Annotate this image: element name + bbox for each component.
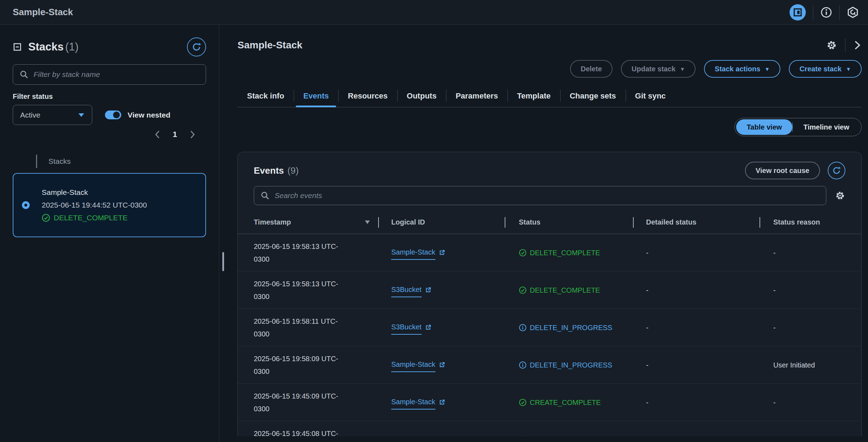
timeline-view-button[interactable]: Timeline view — [793, 119, 860, 135]
tab-events[interactable]: Events — [294, 85, 338, 107]
refresh-events-button[interactable] — [828, 162, 845, 179]
cell-status: DELETE_IN_PROGRESS — [505, 316, 633, 339]
cloudformation-console: Sample-Stack — [0, 0, 868, 442]
cell-status-reason: - — [760, 316, 861, 339]
stack-actions-button[interactable]: Stack actions▼ — [704, 60, 780, 78]
filter-status-label: Filter status — [13, 92, 206, 101]
column-header-logical-id[interactable]: Logical ID — [378, 211, 505, 234]
caret-down-icon: ▼ — [764, 66, 770, 72]
column-header-timestamp[interactable]: Timestamp — [238, 211, 378, 234]
success-icon — [519, 436, 527, 436]
info-icon — [519, 361, 527, 369]
table-preferences-button[interactable] — [835, 190, 845, 201]
cell-logical-id: S3Bucket — [378, 428, 505, 436]
info-button[interactable] — [820, 6, 832, 18]
column-header-status-reason[interactable]: Status reason — [760, 211, 861, 234]
cell-logical-id: Sample-Stack — [378, 353, 505, 377]
cell-status: DELETE_IN_PROGRESS — [505, 354, 633, 376]
side-panel-toggle-button[interactable] — [790, 4, 806, 20]
cell-timestamp: 2025-06-15 19:58:09 UTC-0300 — [238, 347, 378, 383]
cell-timestamp: 2025-06-15 19:45:09 UTC-0300 — [238, 385, 378, 420]
panel-resize-handle[interactable] — [222, 252, 224, 271]
cell-logical-id: S3Bucket — [378, 278, 505, 302]
events-title: Events(9) — [254, 165, 299, 176]
tab-resources[interactable]: Resources — [338, 85, 397, 107]
external-link-icon — [438, 361, 446, 369]
chevron-right-icon — [853, 40, 862, 50]
search-icon — [260, 191, 270, 200]
tree-guide-line — [36, 155, 37, 168]
logical-id-link[interactable]: Sample-Stack — [391, 246, 446, 260]
cell-detailed-status: - — [633, 429, 760, 436]
cell-status: CREATE_COMPLETE — [505, 429, 633, 436]
cell-status-reason: - — [760, 429, 861, 436]
delete-button[interactable]: Delete — [570, 60, 612, 78]
current-page[interactable]: 1 — [173, 130, 177, 139]
tab-parameters[interactable]: Parameters — [446, 85, 508, 107]
update-stack-button[interactable]: Update stack▼ — [621, 60, 696, 78]
tab-stack-info[interactable]: Stack info — [237, 85, 294, 107]
stacks-tree-root: Stacks — [36, 155, 206, 168]
page-title: Sample-Stack — [237, 40, 303, 51]
refresh-stacks-button[interactable] — [187, 37, 206, 56]
tab-template[interactable]: Template — [508, 85, 560, 107]
column-header-status[interactable]: Status — [505, 211, 633, 234]
tab-change-sets[interactable]: Change sets — [560, 85, 626, 107]
top-bar: Sample-Stack — [0, 0, 868, 25]
cell-status-reason: - — [760, 241, 861, 264]
events-table-body: 2025-06-15 19:58:13 UTC-0300 Sample-Stac… — [238, 234, 861, 436]
column-header-detailed-status[interactable]: Detailed status — [633, 211, 760, 234]
events-table-header: Timestamp Logical ID Status Detailed sta… — [238, 211, 861, 234]
cloudshell-button[interactable] — [847, 6, 859, 18]
create-stack-button[interactable]: Create stack▼ — [789, 60, 862, 78]
next-page-button[interactable] — [189, 130, 196, 139]
collapse-section-icon[interactable] — [13, 42, 22, 52]
logical-id-link[interactable]: S3Bucket — [391, 433, 432, 436]
prev-page-button[interactable] — [154, 130, 161, 139]
stack-filter-input[interactable] — [34, 70, 199, 79]
stack-name: Sample-Stack — [42, 188, 147, 197]
info-icon — [519, 324, 527, 332]
logical-id-link[interactable]: Sample-Stack — [391, 358, 446, 372]
success-icon — [519, 249, 527, 257]
cell-detailed-status: - — [633, 391, 760, 414]
settings-button[interactable] — [826, 40, 837, 51]
logical-id-link[interactable]: S3Bucket — [391, 321, 432, 335]
caret-down-icon: ▼ — [680, 66, 685, 72]
table-row: 2025-06-15 19:58:11 UTC-0300 S3Bucket DE… — [238, 309, 861, 346]
external-link-icon — [424, 436, 432, 437]
view-nested-toggle[interactable]: View nested — [105, 110, 170, 119]
external-link-icon — [424, 286, 432, 294]
view-root-cause-button[interactable]: View root cause — [745, 162, 820, 179]
sidebar-title: Stacks (1) — [28, 41, 78, 53]
tab-git-sync[interactable]: Git sync — [626, 85, 675, 107]
stack-status: DELETE_COMPLETE — [42, 214, 147, 222]
info-icon — [820, 6, 832, 18]
table-row: 2025-06-15 19:45:09 UTC-0300 Sample-Stac… — [238, 384, 861, 421]
table-row: 2025-06-15 19:58:09 UTC-0300 Sample-Stac… — [238, 346, 861, 384]
chevron-down-icon — [78, 113, 85, 118]
search-icon — [19, 70, 29, 79]
success-icon — [519, 286, 527, 294]
cell-timestamp: 2025-06-15 19:58:13 UTC-0300 — [238, 273, 378, 308]
toggle-on-icon — [105, 110, 121, 119]
logical-id-link[interactable]: S3Bucket — [391, 283, 432, 297]
side-panel-icon — [793, 8, 802, 17]
cell-status-reason: - — [760, 391, 861, 414]
radio-selected-icon[interactable] — [22, 201, 30, 209]
filter-status-select[interactable]: Active — [13, 105, 92, 125]
external-link-icon — [424, 324, 432, 331]
external-link-icon — [438, 399, 446, 406]
logical-id-link[interactable]: Sample-Stack — [391, 395, 446, 410]
collapse-panel-button[interactable] — [853, 40, 862, 50]
table-row: 2025-06-15 19:58:13 UTC-0300 Sample-Stac… — [238, 234, 861, 271]
events-search-input[interactable] — [275, 191, 820, 200]
tab-outputs[interactable]: Outputs — [397, 85, 446, 107]
stacks-sidebar: Stacks (1) Filter status Active — [0, 25, 219, 442]
stack-card-sample-stack[interactable]: Sample-Stack 2025-06-15 19:44:52 UTC-030… — [13, 173, 206, 237]
table-row: 2025-06-15 19:58:13 UTC-0300 S3Bucket DE… — [238, 271, 861, 309]
table-view-button[interactable]: Table view — [736, 119, 793, 135]
window-title: Sample-Stack — [13, 7, 73, 18]
events-panel: Events(9) View root cause — [237, 152, 862, 436]
stack-tabs: Stack info Events Resources Outputs Para… — [237, 85, 862, 107]
